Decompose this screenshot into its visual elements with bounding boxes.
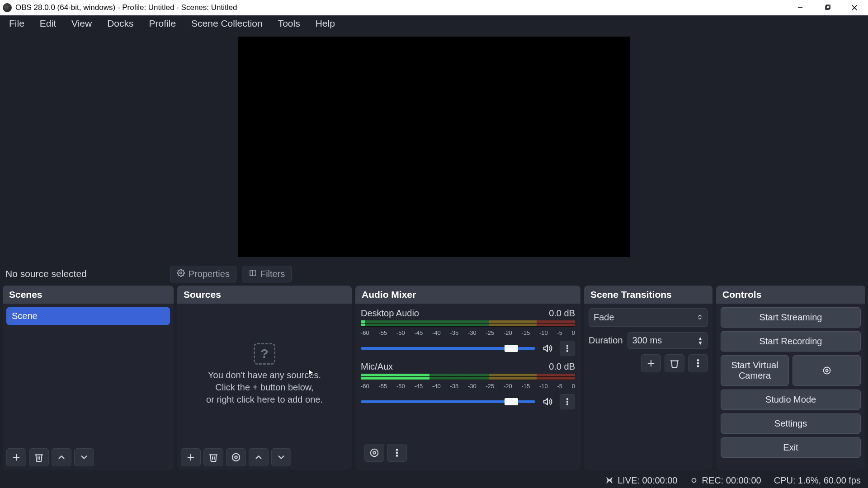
svg-point-29: [698, 360, 699, 361]
menu-docks[interactable]: Docks: [101, 16, 140, 31]
sources-empty-state[interactable]: ? You don't have any sources. Click the …: [177, 304, 352, 445]
channel-db: 0.0 dB: [549, 361, 575, 372]
transitions-header[interactable]: Scene Transitions: [584, 286, 712, 304]
source-add-button[interactable]: [181, 448, 201, 466]
controls-dock: Controls Start Streaming Start Recording…: [716, 286, 865, 470]
scenes-dock: Scenes Scene: [3, 286, 174, 470]
studio-mode-button[interactable]: Studio Mode: [721, 389, 861, 410]
filters-button[interactable]: Filters: [242, 266, 292, 282]
properties-label: Properties: [189, 269, 230, 279]
svg-rect-7: [252, 270, 255, 276]
sources-header[interactable]: Sources: [177, 286, 352, 304]
start-streaming-button[interactable]: Start Streaming: [721, 307, 861, 328]
source-remove-button[interactable]: [203, 448, 223, 466]
status-live: LIVE: 00:00:00: [605, 475, 677, 486]
svg-point-17: [567, 351, 568, 352]
broadcast-icon: [605, 476, 614, 485]
svg-point-34: [609, 480, 610, 481]
scene-item[interactable]: Scene: [6, 307, 170, 325]
source-toolbar: No source selected Properties Filters: [0, 262, 868, 286]
maximize-button[interactable]: [814, 0, 841, 15]
channel-options-button[interactable]: [560, 394, 575, 409]
menu-profile[interactable]: Profile: [143, 16, 183, 31]
scene-remove-button[interactable]: [29, 448, 49, 466]
minimize-button[interactable]: [787, 0, 814, 15]
mixer-channel: Mic/Aux 0.0 dB -60-55-50-45-40-35-30-25-…: [361, 361, 575, 409]
svg-point-21: [567, 404, 568, 405]
svg-point-19: [567, 399, 568, 400]
transition-select[interactable]: Fade: [589, 308, 708, 327]
svg-marker-18: [544, 399, 547, 405]
svg-point-24: [396, 449, 398, 450]
transition-options-button[interactable]: [688, 354, 708, 372]
audio-meter: [361, 374, 575, 380]
mixer-header[interactable]: Audio Mixer: [355, 286, 580, 304]
scene-move-down-button[interactable]: [74, 448, 94, 466]
mixer-options-button[interactable]: [387, 444, 407, 462]
channel-db: 0.0 dB: [549, 308, 575, 319]
svg-point-25: [396, 452, 398, 454]
preview-area: [0, 32, 868, 262]
channel-options-button[interactable]: [560, 341, 575, 356]
transition-remove-button[interactable]: [665, 354, 684, 372]
start-recording-button[interactable]: Start Recording: [721, 331, 861, 352]
mute-button[interactable]: [540, 394, 555, 409]
scenes-header[interactable]: Scenes: [3, 286, 174, 304]
mixer-advanced-button[interactable]: [364, 444, 384, 462]
menu-view[interactable]: View: [65, 16, 98, 31]
preview-canvas[interactable]: [238, 37, 630, 257]
sources-empty-line2: Click the + button below,: [206, 381, 323, 394]
menu-edit[interactable]: Edit: [33, 16, 62, 31]
menu-file[interactable]: File: [3, 16, 31, 31]
audio-mixer-dock: Audio Mixer Desktop Audio 0.0 dB -60-55-…: [355, 286, 580, 470]
transitions-dock: Scene Transitions Fade Duration 300 ms ▲…: [584, 286, 712, 470]
svg-rect-1: [826, 6, 829, 9]
menu-tools[interactable]: Tools: [272, 16, 307, 31]
svg-point-22: [373, 451, 376, 454]
status-bar: LIVE: 00:00:00 REC: 00:00:00 CPU: 1.6%, …: [0, 473, 868, 488]
channel-name: Mic/Aux: [361, 361, 393, 372]
menu-scene-collection[interactable]: Scene Collection: [185, 16, 269, 31]
status-cpu: CPU: 1.6%, 60.00 fps: [774, 475, 861, 486]
volume-slider[interactable]: [361, 400, 535, 403]
menubar: File Edit View Docks Profile Scene Colle…: [0, 15, 868, 32]
svg-point-23: [371, 449, 378, 457]
titlebar: OBS 28.0.0 (64-bit, windows) - Profile: …: [0, 0, 868, 15]
updown-icon: [697, 312, 703, 323]
close-button[interactable]: [841, 0, 868, 15]
source-status: No source selected: [5, 268, 87, 279]
svg-point-12: [235, 456, 237, 459]
settings-button[interactable]: Settings: [721, 413, 861, 434]
svg-marker-14: [544, 345, 547, 352]
controls-header[interactable]: Controls: [716, 286, 865, 304]
window-title: OBS 28.0.0 (64-bit, windows) - Profile: …: [15, 3, 237, 12]
svg-point-16: [567, 348, 568, 349]
volume-slider[interactable]: [361, 347, 535, 350]
exit-button[interactable]: Exit: [721, 437, 861, 458]
source-properties-button[interactable]: [226, 448, 246, 466]
svg-point-13: [232, 454, 240, 461]
transition-add-button[interactable]: [641, 354, 661, 372]
duration-label: Duration: [589, 335, 623, 346]
sources-empty-line3: or right click here to add one.: [206, 394, 323, 406]
virtual-camera-settings-button[interactable]: [793, 355, 861, 386]
spin-down-icon[interactable]: ▼: [698, 341, 703, 345]
obs-logo-icon: [3, 3, 12, 12]
menu-help[interactable]: Help: [309, 16, 341, 31]
channel-name: Desktop Audio: [361, 308, 419, 319]
start-virtual-camera-button[interactable]: Start Virtual Camera: [721, 355, 789, 386]
sources-empty-line1: You don't have any sources.: [206, 369, 323, 381]
sources-dock: Sources ? You don't have any sources. Cl…: [177, 286, 352, 470]
gear-icon: [177, 269, 185, 279]
properties-button[interactable]: Properties: [170, 266, 236, 282]
scene-move-up-button[interactable]: [52, 448, 71, 466]
duration-spin[interactable]: 300 ms ▲ ▼: [627, 332, 708, 349]
filters-label: Filters: [260, 269, 285, 279]
source-move-down-button[interactable]: [271, 448, 291, 466]
svg-point-15: [567, 345, 568, 347]
scene-add-button[interactable]: [6, 448, 26, 466]
question-icon: ?: [254, 343, 275, 365]
mixer-channel: Desktop Audio 0.0 dB -60-55-50-45-40-35-…: [361, 308, 575, 356]
source-move-up-button[interactable]: [249, 448, 269, 466]
mute-button[interactable]: [540, 341, 555, 356]
